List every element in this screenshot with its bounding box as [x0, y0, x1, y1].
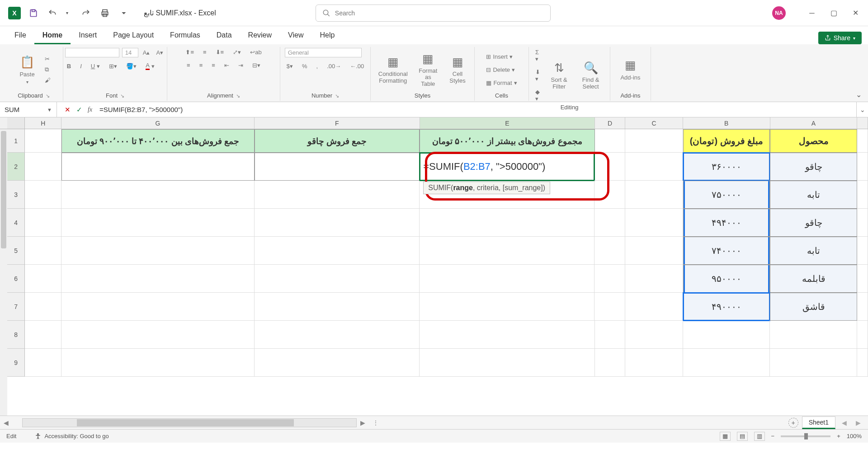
fill-color-button[interactable]: 🪣▾ — [124, 61, 138, 71]
zoom-level[interactable]: 100% — [847, 433, 862, 439]
search-input[interactable]: Search — [316, 5, 551, 22]
conditional-formatting-button[interactable]: ▦Conditional Formatting — [375, 53, 411, 86]
cut-button[interactable]: ✂ — [43, 55, 52, 63]
cell-B4[interactable]: ۴۹۴۰۰۰ — [683, 209, 770, 237]
share-button[interactable]: Share ▾ — [818, 32, 862, 44]
alignment-launcher-icon[interactable]: ↘ — [236, 93, 240, 98]
cell-A1[interactable]: محصول — [770, 129, 857, 153]
row-header-3[interactable]: 3 — [7, 181, 25, 209]
paste-button[interactable]: 📋 Paste ▾ — [15, 53, 39, 86]
tab-formulas[interactable]: Formulas — [162, 28, 208, 44]
cell-E1[interactable]: مجموع فروش‌های بیشتر از ۵۰۰٬۰۰۰ تومان — [420, 129, 594, 153]
format-as-table-button[interactable]: ▦Format as Table — [415, 50, 442, 89]
col-header-D[interactable]: D — [595, 117, 625, 129]
cell-G2[interactable] — [61, 153, 255, 181]
cell-A3[interactable]: تابه — [770, 181, 857, 209]
enter-formula-button[interactable]: ✓ — [73, 106, 85, 114]
format-cells-button[interactable]: ▦Format ▾ — [484, 79, 519, 87]
tab-page-layout[interactable]: Page Layout — [105, 28, 162, 44]
col-header-G[interactable]: G — [61, 117, 255, 129]
horizontal-scrollbar[interactable] — [22, 418, 357, 427]
row-header-9[interactable]: 9 — [7, 349, 25, 377]
cell-styles-button[interactable]: ▦Cell Styles — [445, 53, 470, 86]
tab-file[interactable]: File — [6, 28, 34, 44]
copy-button[interactable]: ⧉ — [43, 65, 52, 74]
align-top-icon[interactable]: ⬆≡ — [184, 48, 196, 56]
close-button[interactable]: ✕ — [851, 9, 860, 18]
normal-view-button[interactable]: ▦ — [720, 432, 731, 441]
save-icon[interactable] — [28, 8, 39, 19]
tab-data[interactable]: Data — [208, 28, 240, 44]
font-color-button[interactable]: A▾ — [144, 61, 156, 71]
redo-icon[interactable] — [80, 8, 91, 19]
increase-font-icon[interactable]: A▴ — [141, 48, 152, 57]
cell-H1[interactable] — [25, 129, 61, 153]
col-header-A[interactable]: A — [770, 117, 858, 129]
accessibility-status[interactable]: Accessibility: Good to go — [34, 433, 108, 440]
cell-B5[interactable]: ۷۴۰۰۰۰ — [683, 237, 770, 265]
clipboard-launcher-icon[interactable]: ↘ — [46, 93, 50, 98]
percent-icon[interactable]: % — [300, 62, 309, 70]
sheet-nav-left-icon[interactable]: ◀ — [839, 419, 849, 426]
cell-B6[interactable]: ۹۵۰۰۰۰ — [683, 265, 770, 293]
print-icon[interactable] — [99, 8, 110, 19]
col-header-C[interactable]: C — [625, 117, 683, 129]
cell-A2[interactable]: چاقو — [770, 153, 857, 181]
font-size-input[interactable] — [122, 48, 138, 57]
spreadsheet-grid[interactable]: H G F E D C B A 1 جمع فروش‌های بین ۴۰۰٬۰… — [0, 117, 868, 416]
comma-icon[interactable]: , — [315, 62, 320, 70]
wrap-text-icon[interactable]: ↩ab — [248, 48, 263, 56]
cell-E2-editing[interactable]: =SUMIF(B2:B7, ">500000") SUMIF(range, cr… — [420, 153, 594, 181]
cell-C1[interactable] — [625, 129, 683, 153]
col-header-F[interactable]: F — [255, 117, 420, 129]
delete-cells-button[interactable]: ⊟Delete ▾ — [484, 65, 519, 74]
currency-icon[interactable]: $▾ — [285, 62, 295, 70]
col-header-E[interactable]: E — [420, 117, 595, 129]
clear-button[interactable]: ◆ ▾ — [533, 88, 542, 103]
new-sheet-button[interactable]: + — [788, 418, 798, 428]
merge-button[interactable]: ⊟▾ — [250, 61, 262, 70]
row-header-5[interactable]: 5 — [7, 237, 25, 265]
number-format-input[interactable] — [285, 48, 362, 57]
cell-D2[interactable] — [594, 153, 625, 181]
cell-D1[interactable] — [595, 129, 625, 153]
cell-A4[interactable]: چاقو — [770, 209, 857, 237]
number-launcher-icon[interactable]: ↘ — [335, 93, 339, 98]
tab-review[interactable]: Review — [240, 28, 280, 44]
sheet-nav-right-icon[interactable]: ▶ — [853, 419, 863, 426]
cell-B7[interactable]: ۴۹۰۰۰۰ — [683, 293, 770, 321]
decrease-font-icon[interactable]: A▾ — [155, 48, 165, 57]
maximize-button[interactable]: ▢ — [829, 9, 838, 18]
zoom-slider[interactable] — [781, 435, 830, 437]
font-name-input[interactable] — [65, 48, 119, 57]
hscroll-left-icon[interactable]: ◀ — [0, 419, 12, 426]
row-header-6[interactable]: 6 — [7, 265, 25, 293]
sheet-tab-sheet1[interactable]: Sheet1 — [802, 416, 835, 429]
hscroll-options-icon[interactable]: ⋮ — [369, 419, 382, 426]
minimize-button[interactable]: ─ — [807, 9, 816, 18]
cell-A6[interactable]: قابلمه — [770, 265, 857, 293]
tab-insert[interactable]: Insert — [71, 28, 105, 44]
autosum-button[interactable]: Σ ▾ — [533, 48, 542, 63]
align-middle-icon[interactable]: ≡ — [201, 48, 208, 56]
name-box[interactable]: SUM ▼ — [0, 102, 57, 117]
chevron-down-icon[interactable]: ▼ — [47, 107, 52, 112]
fx-icon[interactable]: fx — [88, 106, 92, 113]
cell-H2[interactable] — [25, 153, 61, 181]
col-header-B[interactable]: B — [683, 117, 770, 129]
row-header-4[interactable]: 4 — [7, 209, 25, 237]
align-bottom-icon[interactable]: ⬇≡ — [214, 48, 226, 56]
qat-customize-icon[interactable]: ⏷ — [118, 8, 129, 19]
tab-help[interactable]: Help — [311, 28, 343, 44]
row-header-8[interactable]: 8 — [7, 321, 25, 349]
select-all-corner[interactable] — [7, 117, 25, 129]
cell-F1[interactable]: جمع فروش چاقو — [255, 129, 420, 153]
undo-icon[interactable] — [47, 8, 58, 19]
orientation-icon[interactable]: ⤢▾ — [231, 48, 243, 56]
cell-A5[interactable]: تابه — [770, 237, 857, 265]
increase-decimal-icon[interactable]: .00→ — [325, 62, 343, 70]
cell-G1[interactable]: جمع فروش‌های بین ۴۰۰٬۰۰۰ تا ۹۰۰٬۰۰۰ توما… — [61, 129, 255, 153]
zoom-in-button[interactable]: + — [837, 433, 840, 439]
user-avatar[interactable]: NA — [772, 6, 786, 20]
collapse-ribbon-icon[interactable]: ⌄ — [856, 90, 862, 99]
